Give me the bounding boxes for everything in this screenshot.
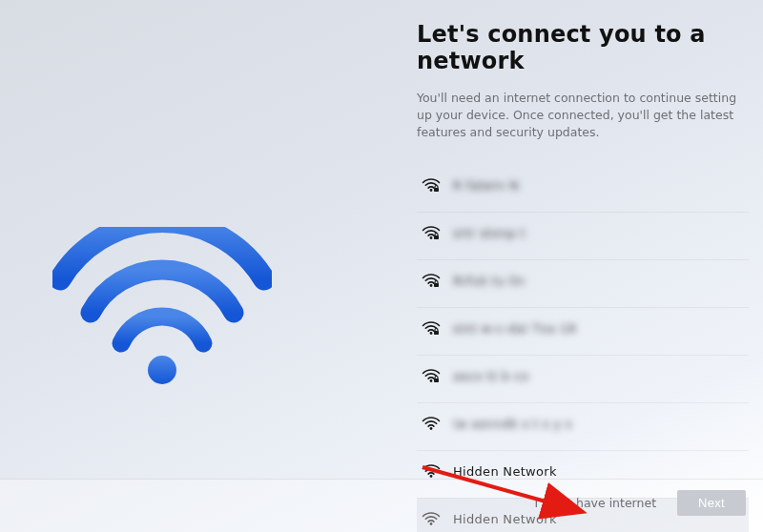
wifi-secured-icon [421, 225, 442, 240]
svg-point-0 [148, 356, 176, 384]
svg-rect-4 [434, 235, 439, 239]
svg-rect-6 [434, 283, 439, 287]
svg-rect-2 [434, 188, 439, 192]
svg-point-3 [430, 236, 433, 239]
network-item[interactable]: sint w-c-dai Txa 18 [417, 307, 749, 348]
network-item[interactable]: iw asnndk s t s y s [417, 402, 749, 443]
wifi-icon [421, 463, 442, 479]
wifi-secured-icon [421, 273, 442, 288]
svg-point-1 [430, 189, 433, 192]
network-ssid: R fatern N [453, 178, 519, 193]
page-title: Let's connect you to a network [417, 21, 749, 74]
svg-point-12 [430, 475, 433, 478]
network-ssid: sint w-c-dai Txa 18 [453, 321, 576, 336]
network-list: R fatern N srtr stonp t Rrfuk [417, 164, 749, 532]
wifi-secured-icon [421, 177, 442, 193]
network-ssid: srtr stonp t [453, 226, 526, 240]
network-item[interactable]: srtr stonp t [417, 212, 749, 253]
page-description: You'll need an internet connection to co… [417, 90, 749, 141]
wifi-secured-icon [421, 368, 442, 383]
svg-point-11 [430, 427, 433, 430]
network-ssid: asco tt b co [453, 369, 528, 383]
svg-rect-8 [434, 331, 439, 335]
svg-point-5 [430, 284, 433, 287]
svg-rect-10 [434, 379, 439, 382]
wifi-secured-icon [421, 320, 442, 336]
next-button[interactable]: Next [677, 490, 746, 516]
network-item[interactable]: R fatern N [417, 164, 749, 205]
network-ssid: Hidden Network [453, 464, 557, 479]
wifi-icon [421, 416, 442, 431]
network-ssid: Rrfuk tu lin [453, 274, 525, 288]
footer-bar: I don't have internet Next [0, 479, 763, 532]
no-internet-link[interactable]: I don't have internet [535, 496, 657, 510]
network-item[interactable]: asco tt b co [417, 355, 749, 396]
network-ssid: iw asnndk s t s y s [453, 417, 572, 431]
wifi-illustration [52, 227, 272, 389]
svg-point-7 [430, 332, 433, 335]
network-item[interactable]: Rrfuk tu lin [417, 259, 749, 300]
svg-point-9 [430, 379, 433, 382]
